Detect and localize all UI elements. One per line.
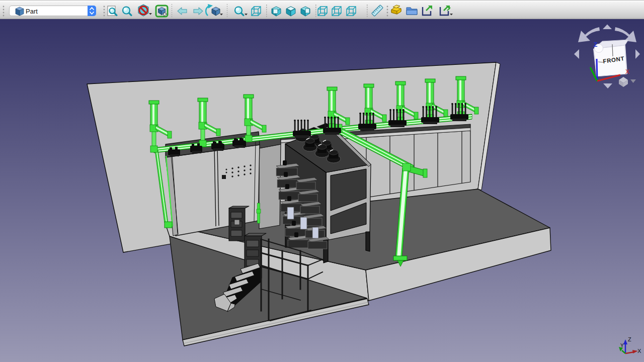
svg-text:X: X (625, 68, 629, 75)
svg-text:X: X (637, 348, 641, 354)
svg-text:Z: Z (628, 336, 631, 342)
svg-text:Y: Y (620, 343, 624, 348)
svg-text:Z: Z (594, 41, 597, 48)
